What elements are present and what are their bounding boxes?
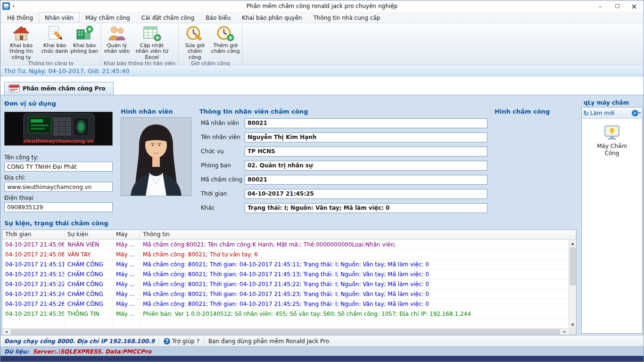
refresh-icon: ↻ bbox=[583, 110, 589, 116]
employee-name-field[interactable] bbox=[245, 132, 487, 142]
company-info-button[interactable]: Khai báo thông tin công ty bbox=[2, 24, 40, 60]
table-row[interactable]: 04-10-2017 21:45:06 NHÂN VIÊN Máy ... Mã… bbox=[2, 240, 576, 250]
scroll-thumb[interactable] bbox=[570, 247, 576, 285]
scroll-right-icon[interactable]: ► bbox=[561, 329, 569, 335]
employee-portrait-illustration bbox=[121, 118, 191, 196]
main-content: Đơn vị sử dụng sieuthimaychamcon bbox=[0, 95, 644, 335]
cell-event: CHẤM CÔNG bbox=[65, 299, 113, 309]
phone-field[interactable] bbox=[4, 202, 113, 212]
app-icon bbox=[2, 2, 10, 10]
quick-access-arrow-icon[interactable]: ▾ bbox=[13, 4, 15, 8]
table-row[interactable]: 04-10-2017 21:45:11 CHẤM CÔNG Máy ... Mã… bbox=[2, 260, 576, 270]
menu-tab-nhan-vien[interactable]: Nhân viên bbox=[39, 12, 80, 23]
table-row[interactable]: 04-10-2017 21:45:22 CHẤM CÔNG Máy ... Mã… bbox=[2, 280, 576, 289]
cell-time: 04-10-2017 21:45:22 bbox=[2, 280, 65, 289]
ribbon-button-label: Khai báo thông tin công ty bbox=[3, 43, 39, 60]
cell-machine: Máy ... bbox=[113, 250, 140, 259]
column-header-may[interactable]: Máy bbox=[113, 230, 140, 239]
maximize-button[interactable] bbox=[609, 1, 626, 11]
refresh-button[interactable]: ↻ Làm mới bbox=[583, 110, 615, 116]
department-button[interactable]: Khai báo phòng ban bbox=[69, 24, 99, 55]
cell-machine: Máy ... bbox=[113, 270, 140, 279]
close-button[interactable]: × bbox=[626, 1, 643, 11]
cell-time: 04-10-2017 21:45:26 bbox=[2, 299, 65, 309]
address-field[interactable] bbox=[4, 182, 113, 192]
cell-event: VÂN TAY bbox=[65, 250, 113, 259]
phone-label: Điện thoại bbox=[4, 195, 33, 201]
scroll-up-icon[interactable]: ▲ bbox=[569, 240, 577, 247]
column-header-thong-tin[interactable]: Thông tin bbox=[140, 230, 576, 239]
machine-item-label: Máy Chấm Công bbox=[595, 143, 628, 157]
menu-tab-nha-cung-cap[interactable]: Thông tin nhà cung cấp bbox=[307, 13, 386, 23]
menu-tab-bao-bieu[interactable]: Báo biểu bbox=[200, 13, 236, 23]
machine-list-item[interactable]: Máy Chấm Công bbox=[582, 124, 642, 157]
time-label: Thời gian bbox=[201, 190, 245, 197]
vertical-scrollbar[interactable]: ▲ ▼ bbox=[569, 240, 576, 328]
edit-time-button[interactable]: Sửa giờ chấm công bbox=[180, 24, 210, 60]
scroll-left-icon[interactable]: ◄ bbox=[2, 329, 10, 335]
attendance-id-field[interactable] bbox=[245, 175, 487, 185]
menu-bar: Hệ thống Nhân viên Máy chấm công Cài đặt… bbox=[0, 12, 644, 23]
form-row: Thời gian bbox=[201, 187, 487, 201]
column-header-thoi-gian[interactable]: Thời gian bbox=[2, 230, 65, 239]
table-row[interactable]: 04-10-2017 21:45:24 CHẤM CÔNG Máy ... Mã… bbox=[2, 289, 576, 299]
options-circle-icon: ▸ bbox=[632, 110, 638, 116]
events-table: Thời gian Sự kiện Máy Thông tin 04-10-20… bbox=[2, 230, 577, 335]
department-field[interactable] bbox=[245, 161, 487, 171]
cell-event: CHẤM CÔNG bbox=[65, 280, 113, 289]
employee-id-field[interactable] bbox=[245, 118, 487, 128]
cell-info: Mã chấm công: 80021; Thời gian: 04-10-20… bbox=[140, 260, 576, 269]
job-title-button[interactable]: Khai báo chức danh bbox=[40, 24, 69, 55]
toolbar-options-button[interactable]: ▸ ▾ bbox=[632, 110, 641, 116]
house-icon bbox=[12, 25, 30, 42]
cell-info: Mã chấm công: 80021; Thứ tự vân tay: 6 bbox=[140, 250, 576, 259]
department-icon bbox=[75, 25, 93, 42]
position-field[interactable] bbox=[245, 147, 487, 156]
form-row: Mã chấm công bbox=[201, 173, 487, 187]
table-row[interactable]: 04-10-2017 21:45:35 THÔNG TIN Máy ... Ph… bbox=[2, 309, 576, 319]
database-value: Server:.\SQLEXPRESS. Data:PMCCPro bbox=[33, 348, 151, 355]
ribbon-button-label: Sửa giờ chấm công bbox=[181, 43, 209, 60]
time-field[interactable] bbox=[245, 189, 487, 199]
spacer bbox=[0, 76, 644, 81]
update-from-excel-button[interactable]: Cập nhật nhân viên từ Excel bbox=[132, 24, 172, 60]
ribbon-button-label: Thêm giờ chấm công bbox=[211, 43, 240, 55]
cell-info: Phiên bản: Ver 1.0.0-20140512; Số nhân v… bbox=[140, 309, 576, 319]
cell-machine: Máy ... bbox=[113, 309, 140, 319]
tab-phan-mem-cham-cong-pro[interactable]: Phần mềm chấm công Pro bbox=[4, 82, 114, 95]
scroll-down-icon[interactable]: ▼ bbox=[569, 321, 577, 328]
manage-employees-button[interactable]: Quản lý nhân viên bbox=[102, 24, 132, 55]
form-row: Mã nhân viên bbox=[201, 116, 487, 130]
column-header-su-kien[interactable]: Sự kiện bbox=[65, 230, 113, 239]
status-license-text: Bạn đang dùng phần mềm Ronald Jack Pro bbox=[208, 338, 329, 345]
menu-tab-cai-dat[interactable]: Cài đặt chấm công bbox=[136, 13, 200, 23]
other-field[interactable] bbox=[245, 203, 487, 213]
table-row[interactable]: 04-10-2017 21:45:26 CHẤM CÔNG Máy ... Mã… bbox=[2, 299, 576, 309]
cell-machine: Máy ... bbox=[113, 280, 140, 289]
app-window: ▾ Phần mềm chấm công ronald jack pro chu… bbox=[0, 0, 644, 362]
status-bar: Đang chạy cổng 8000. Địa chỉ IP 192.168.… bbox=[0, 335, 644, 346]
company-name-field[interactable] bbox=[4, 162, 113, 172]
help-icon: ? bbox=[164, 338, 170, 345]
menu-tab-may-cham-cong[interactable]: Máy chấm công bbox=[80, 13, 136, 23]
table-row[interactable]: 04-10-2017 21:45:13 CHẤM CÔNG Máy ... Mã… bbox=[2, 270, 576, 280]
cell-machine: Máy ... bbox=[113, 240, 140, 249]
ribbon-button-label: Cập nhật nhân viên từ Excel bbox=[133, 43, 171, 60]
tab-label: Phần mềm chấm công Pro bbox=[23, 85, 106, 92]
machine-panel-toolbar: ↻ Làm mới ▸ ▾ bbox=[582, 107, 642, 119]
minimize-button[interactable]: – bbox=[592, 1, 609, 11]
add-time-button[interactable]: Thêm giờ chấm công bbox=[210, 24, 241, 55]
chevron-down-icon: ▾ bbox=[639, 111, 641, 115]
help-link[interactable]: ? Trợ giúp ? bbox=[164, 338, 199, 345]
table-row-empty bbox=[2, 319, 576, 329]
bottom-strip bbox=[0, 356, 644, 362]
ronaldjack-logo-icon bbox=[8, 84, 20, 92]
menu-tab-phan-quyen[interactable]: Khai báo phân quyền bbox=[236, 13, 307, 23]
table-row[interactable]: 04-10-2017 21:45:08 VÂN TAY Máy ... Mã c… bbox=[2, 250, 576, 260]
cell-machine: Máy ... bbox=[113, 289, 140, 299]
horizontal-scrollbar[interactable]: ◄ ► bbox=[2, 328, 569, 335]
menu-tab-he-thong[interactable]: Hệ thống bbox=[1, 13, 39, 23]
fingerprint-device-image: sieuthimaychamcong.vn bbox=[4, 112, 113, 146]
scroll-thumb[interactable] bbox=[11, 329, 560, 334]
other-label: Khác bbox=[201, 205, 245, 211]
